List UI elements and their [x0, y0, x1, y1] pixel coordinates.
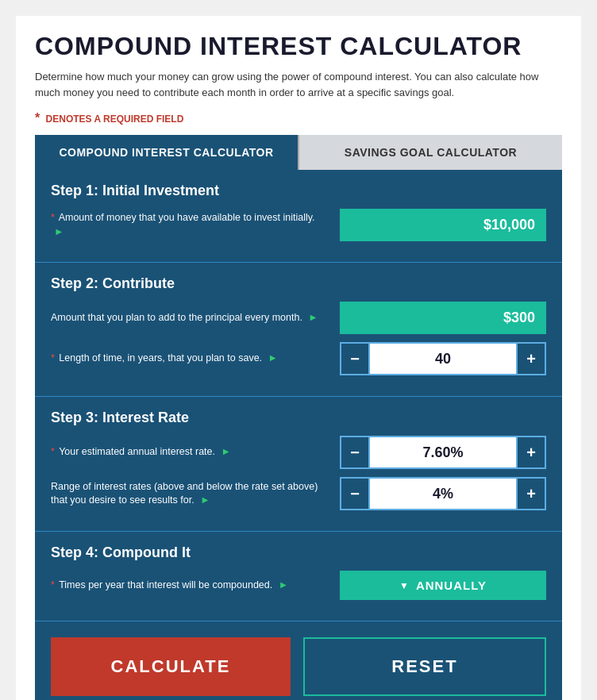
rate-range-stepper: − 4% +	[340, 477, 546, 510]
step3-label1-text: Your estimated annual interest rate.	[59, 446, 215, 457]
compound-frequency-value: ANNUALLY	[416, 579, 487, 592]
step4-title: Step 4: Compound It	[51, 544, 546, 561]
step4-label-text: Times per year that interest will be com…	[59, 579, 272, 590]
interest-rate-value: 7.60%	[370, 436, 516, 469]
page-wrapper: COMPOUND INTEREST CALCULATOR Determine h…	[16, 16, 581, 700]
step1-arrow: ►	[54, 226, 64, 237]
interest-rate-plus-button[interactable]: +	[516, 436, 546, 469]
step3-arrow2: ►	[200, 494, 210, 506]
step2-section: Step 2: Contribute Amount that you plan …	[35, 263, 562, 397]
required-star: *	[35, 111, 40, 125]
interest-rate-minus-button[interactable]: −	[340, 436, 370, 469]
step4-row1: * Times per year that interest will be c…	[51, 571, 546, 600]
step4-label: * Times per year that interest will be c…	[51, 579, 340, 593]
step1-title: Step 1: Initial Investment	[51, 183, 546, 199]
years-value: 40	[370, 342, 516, 375]
step2-arrow2: ►	[268, 352, 278, 363]
monthly-contribution-input[interactable]	[340, 302, 546, 334]
years-minus-button[interactable]: −	[340, 342, 370, 375]
step2-label1: Amount that you plan to add to the princ…	[51, 311, 340, 325]
rate-range-value: 4%	[370, 477, 516, 510]
rate-range-minus-button[interactable]: −	[340, 477, 370, 510]
description: Determine how much your money can grow u…	[35, 69, 562, 100]
step3-star1: *	[51, 446, 55, 457]
tab-bar: COMPOUND INTEREST CALCULATOR SAVINGS GOA…	[35, 135, 562, 170]
step3-label1: * Your estimated annual interest rate. ►	[51, 445, 340, 460]
step2-star: *	[51, 352, 55, 363]
years-plus-button[interactable]: +	[516, 342, 546, 375]
step1-section: Step 1: Initial Investment * Amount of m…	[35, 170, 562, 263]
step3-row2: Range of interest rates (above and below…	[51, 477, 546, 510]
rate-range-plus-button[interactable]: +	[516, 477, 546, 510]
step4-section: Step 4: Compound It * Times per year tha…	[35, 532, 562, 621]
required-note: * DENOTES A REQUIRED FIELD	[35, 111, 562, 125]
years-stepper: − 40 +	[340, 342, 546, 375]
calculate-button[interactable]: CALCULATE	[51, 637, 291, 696]
step4-star: *	[51, 579, 55, 590]
buttons-row: CALCULATE RESET	[35, 621, 562, 696]
main-title: COMPOUND INTEREST CALCULATOR	[35, 32, 562, 61]
step2-label2: * Length of time, in years, that you pla…	[51, 352, 340, 366]
tab-compound[interactable]: COMPOUND INTEREST CALCULATOR	[35, 135, 298, 170]
step2-row1: Amount that you plan to add to the princ…	[51, 302, 546, 334]
step2-arrow1: ►	[308, 312, 318, 323]
step3-section: Step 3: Interest Rate * Your estimated a…	[35, 397, 562, 532]
step1-label-text: Amount of money that you have available …	[59, 212, 315, 223]
step2-label2-text: Length of time, in years, that you plan …	[59, 352, 262, 363]
step1-label: * Amount of money that you have availabl…	[51, 211, 340, 239]
step2-label1-text: Amount that you plan to add to the princ…	[51, 312, 302, 323]
compound-frequency-dropdown[interactable]: ▼ ANNUALLY	[340, 571, 546, 600]
step3-title: Step 3: Interest Rate	[51, 410, 546, 426]
step1-star: *	[51, 212, 55, 223]
initial-investment-input[interactable]	[340, 209, 546, 241]
step1-row1: * Amount of money that you have availabl…	[51, 209, 546, 241]
step2-row2: * Length of time, in years, that you pla…	[51, 342, 546, 375]
step2-title: Step 2: Contribute	[51, 275, 546, 292]
reset-button[interactable]: RESET	[303, 637, 546, 696]
step3-row1: * Your estimated annual interest rate. ►…	[51, 436, 546, 469]
calculator-body: Step 1: Initial Investment * Amount of m…	[35, 170, 562, 700]
step3-arrow1: ►	[221, 446, 231, 457]
required-text: DENOTES A REQUIRED FIELD	[46, 113, 184, 125]
step4-arrow: ►	[279, 579, 288, 590]
tab-savings[interactable]: SAVINGS GOAL CALCULATOR	[298, 135, 562, 170]
step3-label2: Range of interest rates (above and below…	[51, 480, 340, 508]
interest-rate-stepper: − 7.60% +	[340, 436, 546, 469]
chevron-down-icon: ▼	[399, 580, 410, 591]
step3-label2-text: Range of interest rates (above and below…	[51, 481, 318, 506]
